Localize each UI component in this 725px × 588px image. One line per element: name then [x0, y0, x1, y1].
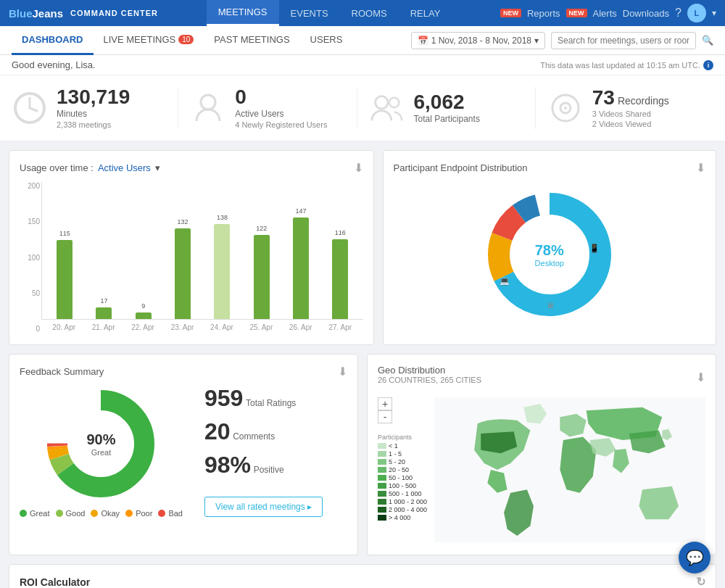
downloads-link[interactable]: Downloads	[623, 8, 669, 19]
feedback-donut: 90% Great	[43, 386, 159, 502]
download-usage-icon[interactable]: ⬇	[354, 161, 363, 175]
new-badge-reports: NEW	[500, 9, 521, 17]
endpoint-title-text: Participant Endpoint Distribution	[394, 162, 528, 173]
legend-good: Good	[66, 509, 86, 518]
date-filter: 📅 1 Nov, 2018 - 8 Nov, 2018 ▾ 🔍	[411, 32, 713, 49]
positive-value: 98%	[204, 452, 251, 478]
feedback-center-label: Great	[86, 448, 115, 457]
x-label-1: 21. Apr	[85, 320, 121, 334]
active-users-sub: 4 Newly Registered Users	[235, 120, 327, 129]
x-axis: 20. Apr21. Apr22. Apr23. Apr24. Apr25. A…	[41, 320, 363, 334]
download-endpoint-icon[interactable]: ⬇	[696, 161, 705, 175]
total-ratings-row: 959 Total Ratings	[204, 386, 347, 410]
sub-header: DASHBOARD LIVE MEETINGS 10 PAST MEETINGS…	[0, 26, 725, 55]
top-header: BlueJeans COMMAND CENTER MEETINGS EVENTS…	[0, 0, 725, 26]
legend-great: Great	[30, 509, 50, 518]
endpoint-chart-title: Participant Endpoint Distribution ⬇	[394, 161, 705, 175]
svg-point-5	[389, 98, 398, 107]
geo-title: Geo Distribution 26 COUNTRIES, 265 CITIE…	[378, 365, 705, 390]
legend-bad: Bad	[168, 509, 183, 518]
total-ratings-value: 959	[204, 385, 243, 411]
zoom-out-btn[interactable]: -	[378, 410, 392, 423]
download-geo-icon[interactable]: ⬇	[696, 370, 705, 384]
clock-icon	[12, 90, 48, 126]
roi-title: ROI Calculator	[20, 576, 90, 588]
header-right: NEW Reports NEW Alerts Downloads ? L ▾	[500, 4, 716, 22]
active-users-value: 0	[235, 87, 327, 107]
donut-container: 🖥 📱 💻 78% Desktop	[394, 182, 705, 327]
geo-subtitle: 26 COUNTRIES, 265 CITIES	[378, 376, 481, 384]
legend-poor: Poor	[136, 509, 152, 518]
bar-group-6: 147	[283, 182, 319, 319]
zoom-controls: + -	[378, 397, 427, 423]
tab-live-meetings[interactable]: LIVE MEETINGS 10	[94, 26, 204, 55]
reports-link[interactable]: Reports	[527, 8, 560, 19]
greeting-text: Good evening, Lisa.	[12, 59, 96, 70]
svg-point-4	[375, 96, 387, 109]
donut-label: Desktop	[535, 259, 564, 268]
recordings-sub2: 2 Videos Viewed	[592, 120, 669, 128]
recordings-icon	[547, 90, 584, 126]
feedback-center: 90% Great	[86, 431, 115, 457]
search-input[interactable]	[551, 32, 696, 49]
x-label-4: 24. Apr	[204, 320, 240, 334]
greeting-bar: Good evening, Lisa. This data was last u…	[0, 55, 725, 75]
positive-row: 98% Positive	[204, 453, 347, 476]
nav-tab-meetings[interactable]: MEETINGS	[207, 0, 279, 26]
feedback-title: Feedback Summary ⬇	[20, 365, 347, 378]
recordings-label: Recordings	[618, 95, 669, 107]
date-range-btn[interactable]: 📅 1 Nov, 2018 - 8 Nov, 2018 ▾	[411, 32, 545, 49]
svg-text:📱: 📱	[589, 243, 600, 253]
recordings-sub1: 3 Videos Shared	[592, 109, 669, 118]
avatar-chevron-icon[interactable]: ▾	[712, 8, 716, 18]
bar-group-7: 116	[322, 182, 358, 319]
stat-participants: 6,062 Total Participants	[357, 87, 536, 129]
view-rated-meetings-btn[interactable]: View all rated meetings ▸	[204, 497, 323, 517]
world-map-svg	[434, 397, 705, 542]
usage-chart-title: Usage over time : Active Users ▾ ⬇	[20, 161, 363, 175]
alerts-link[interactable]: Alerts	[593, 8, 617, 19]
svg-point-3	[201, 95, 215, 109]
geo-legend: Participants < 1 1 - 5 5 - 20 20 - 50 50…	[378, 434, 427, 521]
download-feedback-icon[interactable]: ⬇	[338, 365, 347, 378]
x-label-6: 26. Apr	[283, 320, 319, 334]
info-icon[interactable]: i	[703, 60, 713, 70]
main-content: Usage over time : Active Users ▾ ⬇ 20015…	[0, 150, 725, 564]
tab-past-meetings[interactable]: PAST MEETINGS	[204, 26, 299, 55]
nav-tab-rooms[interactable]: ROOMS	[340, 0, 399, 26]
chat-button[interactable]: 💬	[679, 542, 710, 573]
stat-recordings: 73 Recordings 3 Videos Shared 2 Videos V…	[536, 87, 713, 129]
avatar[interactable]: L	[687, 4, 706, 22]
help-icon[interactable]: ?	[675, 7, 682, 20]
zoom-in-btn[interactable]: +	[378, 397, 392, 410]
stat-minutes: 130,719 Minutes 2,338 meetings	[12, 87, 178, 129]
stat-active-users: 0 Active Users 4 Newly Registered Users	[178, 87, 357, 129]
feedback-title-text: Feedback Summary	[20, 366, 104, 377]
tab-users[interactable]: USERS	[300, 26, 353, 55]
x-label-7: 27. Apr	[322, 320, 358, 334]
tab-dashboard[interactable]: DASHBOARD	[12, 26, 94, 55]
calendar-icon: 📅	[418, 36, 428, 46]
nav-tab-relay[interactable]: RELAY	[399, 0, 452, 26]
roi-card: ROI Calculator ↻ MEETINGS 2,338 = 130,71…	[9, 564, 716, 588]
nav-tab-events[interactable]: EVENTS	[279, 0, 340, 26]
active-users-label: Active Users	[235, 109, 327, 119]
roi-refresh-icon[interactable]: ↻	[696, 575, 705, 588]
search-icon[interactable]: 🔍	[702, 35, 713, 46]
user-icon	[190, 90, 226, 126]
total-ratings-label: Total Ratings	[246, 398, 296, 408]
participants-label: Total Participants	[414, 114, 480, 124]
geo-card: Geo Distribution 26 COUNTRIES, 265 CITIE…	[367, 354, 716, 555]
minutes-value: 130,719	[57, 87, 130, 107]
charts-row-2: Feedback Summary ⬇ 90%	[9, 354, 716, 555]
feedback-legend: Great Good Okay Poor Bad	[20, 509, 183, 518]
active-users-filter[interactable]: Active Users	[98, 162, 151, 173]
x-label-0: 20. Apr	[46, 320, 82, 334]
legend-okay: Okay	[101, 509, 120, 518]
bar-group-5: 122	[244, 182, 280, 319]
donut-pct: 78%	[535, 242, 564, 259]
svg-point-8	[564, 107, 567, 109]
donut-center: 78% Desktop	[535, 242, 564, 268]
dropdown-arrow-icon[interactable]: ▾	[155, 162, 160, 173]
bars-container: 115179132138122147116	[41, 182, 363, 320]
